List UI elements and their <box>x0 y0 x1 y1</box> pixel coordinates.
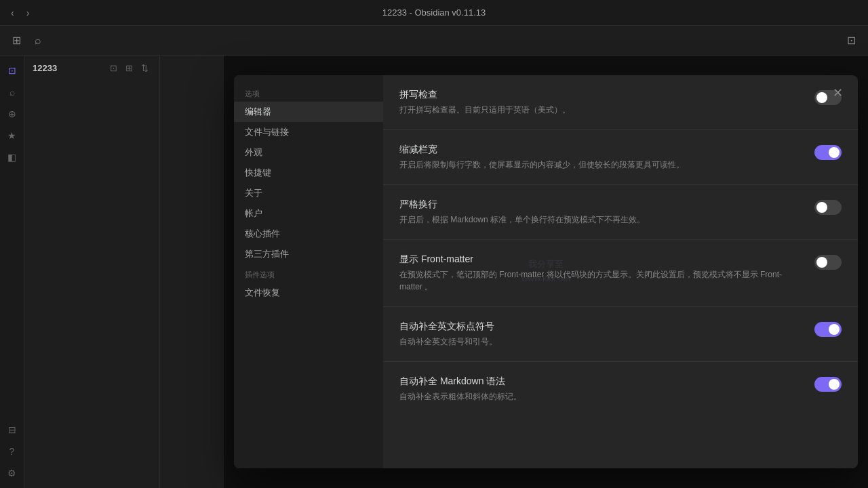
settings-item-appearance[interactable]: 外观 <box>234 142 383 163</box>
toggle-track-auto-pair <box>814 322 842 337</box>
graph-icon-btn[interactable]: ⊕ <box>3 104 22 123</box>
toggle-auto-markdown[interactable] <box>814 377 842 392</box>
setting-control-frontmatter <box>814 255 842 270</box>
toggle-readable-width[interactable] <box>814 145 842 160</box>
search-icon-btn[interactable]: ⌕ <box>3 83 22 102</box>
toggle-track-frontmatter <box>814 255 842 270</box>
toggle-auto-pair[interactable] <box>814 322 842 337</box>
toggle-thumb-readable-width <box>829 147 840 158</box>
setting-control-strict-newline <box>814 200 842 215</box>
settings-overlay: ✕ 选项 编辑器 文件与链接 外观 快捷键 关于 帐户 核心插件 第三方插件 插… <box>224 56 868 488</box>
toggle-track-strict-newline <box>814 200 842 215</box>
settings-modal: ✕ 选项 编辑器 文件与链接 外观 快捷键 关于 帐户 核心插件 第三方插件 插… <box>234 75 858 468</box>
main-layout: ⊡ ⌕ ⊕ ★ ◧ ⊟ ? ⚙ 12233 ⊡ ⊞ ⇅ ✕ 选项 编辑器 <box>0 56 868 488</box>
settings-item-file-recovery[interactable]: 文件恢复 <box>234 283 383 303</box>
search-button[interactable]: ⌕ <box>31 32 45 49</box>
settings-section-plugin-options: 插件选项 <box>234 264 383 283</box>
setting-name-spellcheck: 拼写检查 <box>399 89 801 101</box>
vault-name: 12233 <box>33 63 102 73</box>
setting-desc-strict-newline: 开启后，根据 Markdown 标准，单个换行符在预览模式下不再生效。 <box>399 214 801 226</box>
main-toolbar: ⊞ ⌕ ⊡ <box>0 26 868 56</box>
window-title: 12233 - Obsidian v0.11.13 <box>382 7 486 18</box>
setting-row-readable-width: 缩减栏宽 开启后将限制每行字数，使屏幕显示的内容减少，但使较长的段落更具可读性。 <box>383 130 858 185</box>
open-vault-button[interactable]: ⊞ <box>8 31 25 49</box>
tag-icon-btn[interactable]: ◧ <box>3 148 22 167</box>
forward-button[interactable]: › <box>22 6 34 20</box>
file-sidebar: 12233 ⊡ ⊞ ⇅ <box>24 56 160 488</box>
setting-desc-spellcheck: 打开拼写检查器。目前只适用于英语（美式）。 <box>399 104 801 116</box>
toggle-thumb-auto-markdown <box>829 379 840 390</box>
toggle-thumb-spellcheck <box>816 92 827 103</box>
setting-name-frontmatter: 显示 Front-matter <box>399 253 801 266</box>
calendar-icon-btn[interactable]: ⊟ <box>3 420 22 439</box>
setting-name-strict-newline: 严格换行 <box>399 199 801 211</box>
help-icon-btn[interactable]: ? <box>3 442 22 461</box>
settings-sidebar: 选项 编辑器 文件与链接 外观 快捷键 关于 帐户 核心插件 第三方插件 插件选… <box>234 75 383 468</box>
file-sidebar-header: 12233 ⊡ ⊞ ⇅ <box>24 56 159 80</box>
setting-text-spellcheck: 拼写检查 打开拼写检查器。目前只适用于英语（美式）。 <box>399 89 801 116</box>
icon-sidebar-bottom: ⊟ ? ⚙ <box>3 420 22 488</box>
toggle-thumb-frontmatter <box>816 257 827 268</box>
toggle-thumb-auto-pair <box>829 324 840 335</box>
file-sidebar-actions: ⊡ ⊞ ⇅ <box>107 62 151 75</box>
close-settings-button[interactable]: ✕ <box>828 83 847 102</box>
setting-row-spellcheck: 拼写检查 打开拼写检查器。目前只适用于英语（美式）。 <box>383 75 858 130</box>
toggle-strict-newline[interactable] <box>814 200 842 215</box>
settings-item-about[interactable]: 关于 <box>234 183 383 203</box>
settings-item-third-party[interactable]: 第三方插件 <box>234 244 383 264</box>
star-icon-btn[interactable]: ★ <box>3 126 22 145</box>
settings-section-options: 选项 <box>234 83 383 102</box>
setting-text-auto-pair: 自动补全英文标点符号 自动补全英文括号和引号。 <box>399 321 801 348</box>
setting-name-auto-pair: 自动补全英文标点符号 <box>399 321 801 333</box>
new-file-action[interactable]: ⊡ <box>107 62 120 75</box>
toggle-track-auto-markdown <box>814 377 842 392</box>
setting-row-auto-pair: 自动补全英文标点符号 自动补全英文括号和引号。 <box>383 307 858 362</box>
settings-item-core-plugins[interactable]: 核心插件 <box>234 224 383 244</box>
setting-control-auto-pair <box>814 322 842 337</box>
new-file-button[interactable]: ⊡ <box>843 31 860 49</box>
settings-icon-btn[interactable]: ⚙ <box>3 464 22 483</box>
settings-content: 我分享至 www.kkx.net 拼写检查 打开拼写检查器。目前只适用于英语（美… <box>383 75 858 468</box>
setting-control-readable-width <box>814 145 842 160</box>
setting-row-auto-markdown: 自动补全 Markdown 语法 自动补全表示粗体和斜体的标记。 <box>383 362 858 416</box>
setting-desc-auto-pair: 自动补全英文括号和引号。 <box>399 336 801 348</box>
settings-item-editor[interactable]: 编辑器 <box>234 102 383 122</box>
setting-text-auto-markdown: 自动补全 Markdown 语法 自动补全表示粗体和斜体的标记。 <box>399 375 801 403</box>
setting-desc-readable-width: 开启后将限制每行字数，使屏幕显示的内容减少，但使较长的段落更具可读性。 <box>399 159 801 171</box>
setting-control-auto-markdown <box>814 377 842 392</box>
toggle-track-readable-width <box>814 145 842 160</box>
setting-text-strict-newline: 严格换行 开启后，根据 Markdown 标准，单个换行符在预览模式下不再生效。 <box>399 199 801 226</box>
setting-row-strict-newline: 严格换行 开启后，根据 Markdown 标准，单个换行符在预览模式下不再生效。 <box>383 185 858 240</box>
setting-desc-auto-markdown: 自动补全表示粗体和斜体的标记。 <box>399 390 801 403</box>
settings-item-account[interactable]: 帐户 <box>234 203 383 224</box>
setting-name-auto-markdown: 自动补全 Markdown 语法 <box>399 375 801 388</box>
settings-item-files[interactable]: 文件与链接 <box>234 122 383 142</box>
title-bar: ‹ › 12233 - Obsidian v0.11.13 <box>0 0 868 26</box>
setting-desc-frontmatter: 在预览模式下，笔记顶部的 Front-matter 将以代码块的方式显示。关闭此… <box>399 268 801 293</box>
toggle-thumb-strict-newline <box>816 202 827 213</box>
back-button[interactable]: ‹ <box>7 6 18 20</box>
setting-text-frontmatter: 显示 Front-matter 在预览模式下，笔记顶部的 Front-matte… <box>399 253 801 293</box>
setting-name-readable-width: 缩减栏宽 <box>399 144 801 156</box>
new-folder-action[interactable]: ⊞ <box>123 62 136 75</box>
files-icon-btn[interactable]: ⊡ <box>3 61 22 80</box>
icon-sidebar: ⊡ ⌕ ⊕ ★ ◧ ⊟ ? ⚙ <box>0 56 24 488</box>
toggle-frontmatter[interactable] <box>814 255 842 270</box>
sort-action[interactable]: ⇅ <box>138 62 151 75</box>
settings-item-hotkeys[interactable]: 快捷键 <box>234 163 383 183</box>
setting-row-frontmatter: 显示 Front-matter 在预览模式下，笔记顶部的 Front-matte… <box>383 240 858 307</box>
nav-controls: ‹ › <box>7 6 33 20</box>
setting-text-readable-width: 缩减栏宽 开启后将限制每行字数，使屏幕显示的内容减少，但使较长的段落更具可读性。 <box>399 144 801 171</box>
